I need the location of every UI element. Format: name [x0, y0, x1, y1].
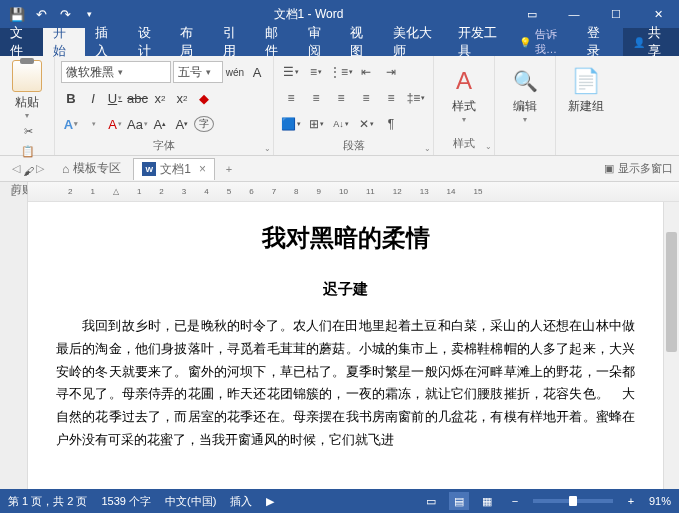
home-icon: ⌂ — [62, 162, 69, 176]
save-icon[interactable]: 💾 — [8, 5, 26, 23]
distribute-button[interactable]: ≡ — [380, 87, 402, 109]
status-wordcount[interactable]: 1539 个字 — [101, 494, 151, 509]
tab-layout[interactable]: 布局 — [170, 28, 213, 56]
font-size-combo[interactable]: 五号 — [173, 61, 223, 83]
vertical-ruler[interactable] — [0, 202, 28, 489]
char-border-icon[interactable]: A — [247, 61, 267, 83]
qat-customize-icon[interactable]: ▾ — [80, 5, 98, 23]
align-right-button[interactable]: ≡ — [330, 87, 352, 109]
doc-title: 我对黑暗的柔情 — [56, 222, 635, 254]
editing-button[interactable]: 🔍 编辑 ▾ — [501, 60, 549, 128]
share-button[interactable]: 共享 — [623, 28, 679, 56]
asian-layout-button[interactable]: ✕ — [355, 113, 377, 135]
multilevel-list-button[interactable]: ⋮≡ — [330, 61, 352, 83]
login-button[interactable]: 登录 — [577, 28, 620, 56]
multi-window-icon: ▣ — [604, 162, 614, 175]
grow-font-button[interactable]: A▴ — [150, 113, 170, 135]
strikethrough-button[interactable]: abc — [127, 87, 148, 109]
italic-button[interactable]: I — [83, 87, 103, 109]
zoom-in-button[interactable]: + — [621, 492, 641, 510]
zoom-slider[interactable] — [533, 499, 613, 503]
sort-button[interactable]: A↓ — [330, 113, 352, 135]
font-color-button[interactable]: A — [105, 113, 125, 135]
tab-beautify[interactable]: 美化大师 — [383, 28, 448, 56]
zoom-out-button[interactable]: − — [505, 492, 525, 510]
template-tab[interactable]: ⌂ 模板专区 — [54, 158, 129, 180]
copy-icon[interactable]: 📋 — [18, 142, 38, 160]
line-spacing-button[interactable]: ‡≡ — [405, 87, 427, 109]
redo-icon[interactable]: ↷ — [56, 5, 74, 23]
underline-button[interactable]: U — [105, 87, 125, 109]
doc-author: 迟子建 — [56, 280, 635, 299]
cut-icon[interactable]: ✂ — [18, 122, 38, 140]
nav-back-button[interactable]: ◁ — [6, 159, 26, 179]
increase-indent-button[interactable]: ⇥ — [380, 61, 402, 83]
font-group-label: 字体 — [61, 136, 267, 153]
styles-icon: A — [456, 64, 472, 98]
status-insert-mode[interactable]: 插入 — [230, 494, 252, 509]
doc-body: 我回到故乡时，已是晚秋的时令了。农人们在田地里起着土豆和白菜，采山的人还想在山林… — [56, 315, 635, 452]
horizontal-ruler[interactable]: 21△123456789101112131415 — [28, 182, 679, 201]
clipboard-icon — [12, 60, 42, 92]
new-tab-button[interactable]: + — [219, 159, 239, 179]
print-layout-icon[interactable]: ▤ — [449, 492, 469, 510]
numbering-button[interactable]: ≡ — [305, 61, 327, 83]
shrink-font-button[interactable]: A▾ — [172, 113, 192, 135]
document-tab[interactable]: W 文档1 × — [133, 158, 215, 180]
highlight-button[interactable] — [83, 113, 103, 135]
tab-mailings[interactable]: 邮件 — [255, 28, 298, 56]
enclose-char-icon[interactable]: 字 — [194, 116, 214, 132]
new-group-icon: 📄 — [571, 64, 601, 98]
tab-design[interactable]: 设计 — [128, 28, 171, 56]
tab-file[interactable]: 文件 — [0, 28, 43, 56]
zoom-level[interactable]: 91% — [649, 495, 671, 507]
status-macro-icon[interactable]: ▶ — [266, 495, 274, 508]
paste-label: 粘贴 — [15, 94, 39, 111]
decrease-indent-button[interactable]: ⇤ — [355, 61, 377, 83]
shading-button[interactable]: 🟦 — [280, 113, 302, 135]
nav-forward-button[interactable]: ▷ — [30, 159, 50, 179]
tab-view[interactable]: 视图 — [340, 28, 383, 56]
window-title: 文档1 - Word — [106, 6, 511, 23]
read-mode-icon[interactable]: ▭ — [421, 492, 441, 510]
document-page[interactable]: 我对黑暗的柔情 迟子建 我回到故乡时，已是晚秋的时令了。农人们在田地里起着土豆和… — [28, 202, 663, 489]
find-icon: 🔍 — [513, 64, 538, 98]
justify-button[interactable]: ≡ — [355, 87, 377, 109]
align-left-button[interactable]: ≡ — [280, 87, 302, 109]
web-layout-icon[interactable]: ▦ — [477, 492, 497, 510]
scroll-thumb[interactable] — [666, 232, 677, 352]
font-name-combo[interactable]: 微软雅黑 — [61, 61, 171, 83]
clear-format-icon[interactable]: ◆ — [194, 87, 214, 109]
styles-button[interactable]: A 样式 ▾ — [440, 60, 488, 128]
superscript-button[interactable]: x2 — [172, 87, 192, 109]
status-page[interactable]: 第 1 页，共 2 页 — [8, 494, 87, 509]
styles-group-label: 样式 — [440, 134, 488, 151]
close-tab-icon[interactable]: × — [199, 162, 206, 176]
ribbon-options-icon[interactable]: ▭ — [511, 0, 553, 28]
vertical-scrollbar[interactable] — [663, 202, 679, 489]
tab-references[interactable]: 引用 — [213, 28, 256, 56]
text-effects-icon[interactable]: A — [61, 113, 81, 135]
tab-insert[interactable]: 插入 — [85, 28, 128, 56]
paragraph-group-label: 段落 — [280, 136, 427, 153]
bullets-button[interactable]: ☰ — [280, 61, 302, 83]
status-language[interactable]: 中文(中国) — [165, 494, 216, 509]
paste-button[interactable]: 粘贴 ▾ — [6, 60, 48, 120]
tab-home[interactable]: 开始 — [43, 28, 86, 56]
phonetic-guide-icon[interactable]: wén — [225, 61, 245, 83]
subscript-button[interactable]: x2 — [150, 87, 170, 109]
tab-developer[interactable]: 开发工具 — [448, 28, 513, 56]
borders-button[interactable]: ⊞ — [305, 113, 327, 135]
show-marks-button[interactable]: ¶ — [380, 113, 402, 135]
tell-me-search[interactable]: 告诉我… — [513, 27, 577, 57]
undo-icon[interactable]: ↶ — [32, 5, 50, 23]
bold-button[interactable]: B — [61, 87, 81, 109]
tab-review[interactable]: 审阅 — [298, 28, 341, 56]
zoom-slider-thumb[interactable] — [569, 496, 577, 506]
word-doc-icon: W — [142, 162, 156, 176]
align-center-button[interactable]: ≡ — [305, 87, 327, 109]
show-multi-window[interactable]: ▣ 显示多窗口 — [604, 161, 673, 176]
new-group-button[interactable]: 📄 新建组 — [562, 60, 610, 119]
change-case-button[interactable]: Aa — [127, 113, 148, 135]
